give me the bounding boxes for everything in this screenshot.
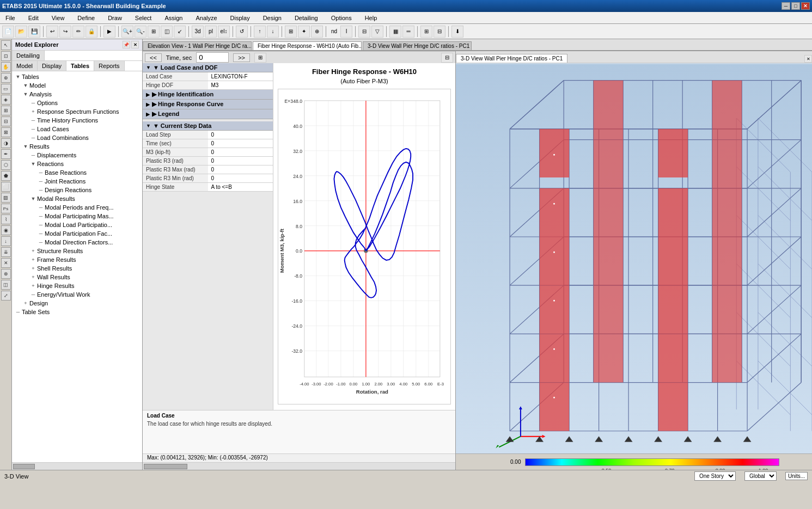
tree-item-wall-results[interactable]: + Wall Results [13,273,141,281]
section-legend[interactable]: ▶ Legend [143,109,273,119]
expand-model[interactable]: ▼ [22,83,29,88]
expand-design[interactable]: + [22,301,29,306]
tb-undo[interactable]: ↩ [46,26,58,38]
panel-collapse-btn[interactable]: ⊟ [441,53,453,63]
tree-item-modal-mass[interactable]: ─ Modal Participating Mas... [13,212,141,220]
nav-tool1[interactable]: ✕ [1,258,11,268]
nav-draw1[interactable]: ✒ [1,149,11,159]
tree-item-modal-part-fac[interactable]: ─ Modal Participation Fac... [13,229,141,238]
nav-draw4[interactable]: ⬜ [1,182,11,192]
nav-obj3[interactable]: ⊟ [1,116,11,126]
tb-save[interactable]: 💾 [28,26,40,38]
tb-zoom-fit[interactable]: ⊞ [148,26,160,38]
tb-assign[interactable]: ⊞ [420,26,432,38]
tb-snap[interactable]: ✦ [298,26,310,38]
tree-item-options[interactable]: ─ Options [13,99,141,107]
tree-item-frame-results[interactable]: + Frame Results [13,255,141,264]
nav-pan[interactable]: ✋ [1,62,11,72]
tb-zoom-in[interactable]: 🔍+ [121,26,133,38]
3d-panel-close[interactable]: ✕ [804,55,812,63]
menu-define[interactable]: Define [74,14,98,22]
nav-zoom[interactable]: ⊕ [1,73,11,83]
menu-design[interactable]: Design [260,14,285,22]
tree-item-shell-results[interactable]: + Shell Results [13,264,141,273]
nav-reshape[interactable]: ⊡ [1,51,11,61]
tab-fiber-hinge[interactable]: Fiber Hinge Response - W6H10 (Auto Fib..… [253,41,362,50]
section-load-case-dof[interactable]: ▼ Load Case and DOF [143,63,273,72]
tb-table[interactable]: ▦ [389,26,401,38]
minimize-btn[interactable]: ─ [782,2,790,10]
tree-item-time-history[interactable]: ─ Time History Functions [13,116,141,125]
expand-results[interactable]: ▼ [22,144,29,149]
tab-elevation-view[interactable]: Elevation View - 1 Wall Pier Hinge D/C r… [143,41,252,50]
scroll-thumb[interactable] [13,464,35,469]
menu-detailing[interactable]: Detailing [291,14,321,22]
expand-reactions[interactable]: ▼ [29,161,37,167]
section-hinge-id[interactable]: ▶ Hinge Identification [143,90,273,100]
nav-obj1[interactable]: ◈ [1,95,11,105]
time-prev-btn[interactable]: << [145,53,162,62]
menu-edit[interactable]: Edit [25,14,42,22]
coord-dropdown[interactable]: Global Local [744,471,777,481]
tb-assign2[interactable]: ⊟ [434,26,445,38]
tree-item-modal-results[interactable]: ▼ Modal Results [13,194,141,203]
nav-tool2[interactable]: ⊗ [1,269,11,279]
tb-open[interactable]: 📂 [15,26,27,38]
tb-move-up[interactable]: ↑ [254,26,266,38]
tb-table2[interactable]: ═ [402,26,414,38]
tb-prev-step[interactable]: ↺ [236,26,248,38]
tab-reports[interactable]: Reports [94,61,125,71]
tree-item-load-cases[interactable]: ─ Load Cases [13,125,141,133]
time-input[interactable] [196,52,229,63]
tree-item-energy[interactable]: ─ Energy/Virtual Work [13,290,141,299]
tree-item-design[interactable]: + Design [13,299,141,308]
close-btn[interactable]: ✕ [801,2,810,10]
tb-3d[interactable]: 3d [192,26,204,38]
tab-3d-view[interactable]: 3-D View Wall Pier Hinge D/C ratios - PC… [363,41,472,50]
maximize-btn[interactable]: □ [791,2,800,10]
tree-item-displacements[interactable]: ─ Displacements [13,151,141,160]
tree-item-tables[interactable]: ▼ Tables [13,72,141,81]
tb-redo[interactable]: ↪ [59,26,71,38]
nav-obj5[interactable]: ◑ [1,138,11,148]
nav-load1[interactable]: ↓ [1,236,11,246]
sidebar-pin[interactable]: 📌 [123,41,130,48]
tree-item-base-reactions[interactable]: ─ Base Reactions [13,168,141,177]
menu-file[interactable]: File [2,14,19,22]
tree-item-analysis[interactable]: ▼ Analysis [13,90,141,99]
nav-ps[interactable]: Ps [1,204,11,213]
menu-assign[interactable]: Assign [161,14,186,22]
nav-tool4[interactable]: ⤢ [1,291,11,301]
nav-draw5[interactable]: ▨ [1,193,11,203]
tb-edit[interactable]: ✏ [72,26,84,38]
menu-select[interactable]: Select [132,14,155,22]
tb-grid[interactable]: ⊞ [285,26,297,38]
tree-item-reactions[interactable]: ▼ Reactions [13,160,141,168]
story-dropdown[interactable]: One Story All Stories [694,471,736,481]
tab-detailing[interactable]: Detailing [12,51,45,60]
section-current-step[interactable]: ▼ Current Step Data [143,121,273,131]
expand-tables[interactable]: ▼ [14,74,22,79]
chart-hscroll[interactable] [143,462,455,470]
timeline-expand-btn[interactable]: ⊞ [254,53,266,63]
expand-modal[interactable]: ▼ [29,196,37,201]
tb-dim[interactable]: I [340,26,352,38]
nav-load2[interactable]: ⇊ [1,247,11,257]
chart-scroll-thumb[interactable] [144,464,187,469]
tb-snap2[interactable]: ⊕ [311,26,323,38]
tb-run[interactable]: ▶ [103,26,115,38]
tb-lock[interactable]: 🔒 [86,26,97,38]
nav-mass[interactable]: ◉ [1,225,11,235]
tree-item-joint-reactions[interactable]: ─ Joint Reactions [13,177,141,186]
tree-item-modal-periods[interactable]: ─ Modal Periods and Freq... [13,203,141,212]
nav-obj4[interactable]: ⊠ [1,127,11,137]
nav-draw2[interactable]: ⬡ [1,160,11,170]
tree-item-results[interactable]: ▼ Results [13,142,141,151]
tree-item-load-combos[interactable]: ─ Load Combinations [13,133,141,142]
section-hinge-response[interactable]: ▶ Hinge Response Curve [143,100,273,109]
time-next-btn[interactable]: >> [233,53,250,62]
tb-filter[interactable]: ▽ [371,26,383,38]
tb-new[interactable]: 📄 [2,26,14,38]
tb-plan[interactable]: pl [205,26,217,38]
expand-analysis[interactable]: ▼ [22,91,29,97]
